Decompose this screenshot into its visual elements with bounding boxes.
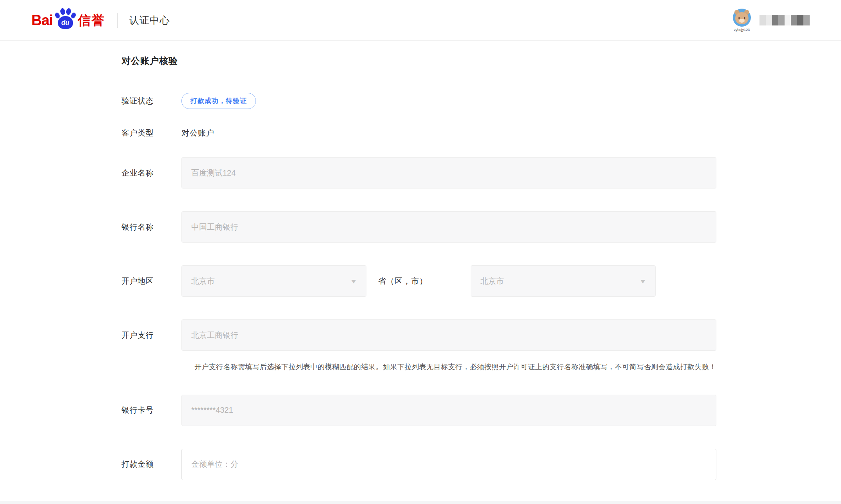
branch-label: 开户支行 xyxy=(121,330,181,341)
chevron-down-icon: ▼ xyxy=(639,278,647,285)
card-number-input[interactable] xyxy=(181,395,716,426)
nav-title: 认证中心 xyxy=(129,14,170,27)
card-number-row: 银行卡号 xyxy=(121,395,841,426)
customer-type-label: 客户类型 xyxy=(121,128,181,138)
header-right: zybqjy123 xyxy=(733,9,810,32)
username-label: zybqjy123 xyxy=(734,28,750,32)
logo-text-du: du xyxy=(61,19,69,26)
region-suffix-label: 省（区，市） xyxy=(378,276,428,286)
customer-type-row: 客户类型 对公账户 xyxy=(121,128,841,138)
bank-name-row: 银行名称 xyxy=(121,211,841,243)
baidu-xinyu-logo[interactable]: Bai du 信誉 xyxy=(31,9,105,32)
province-select-value: 北京市 xyxy=(191,276,351,286)
payment-amount-input[interactable] xyxy=(181,449,716,480)
page-title: 对公账户核验 xyxy=(121,55,841,67)
company-name-row: 企业名称 xyxy=(121,157,841,189)
account-region-label: 开户地区 xyxy=(121,276,181,286)
bank-name-input[interactable] xyxy=(181,211,716,243)
city-select-value: 北京市 xyxy=(480,276,640,286)
baidu-paw-icon: du xyxy=(54,7,77,30)
account-region-row: 开户地区 北京市 ▼ 省（区，市） 北京市 ▼ xyxy=(121,265,841,297)
branch-hint-text: 开户支行名称需填写后选择下拉列表中的模糊匹配的结果。如果下拉列表无目标支行，必须… xyxy=(180,361,718,373)
status-badge: 打款成功，待验证 xyxy=(181,93,256,109)
verification-status-row: 验证状态 打款成功，待验证 xyxy=(121,93,841,109)
payment-amount-label: 打款金额 xyxy=(121,459,181,470)
verification-status-label: 验证状态 xyxy=(121,96,181,106)
city-select[interactable]: 北京市 ▼ xyxy=(471,265,656,297)
bank-name-label: 银行名称 xyxy=(121,222,181,232)
logo-text-xinyu: 信誉 xyxy=(78,14,105,27)
logo-text-bai: Bai xyxy=(31,13,53,27)
bear-avatar-icon xyxy=(733,9,751,27)
header-divider xyxy=(117,13,118,28)
user-menu[interactable]: zybqjy123 xyxy=(733,9,751,32)
header: Bai du 信誉 认证中心 zybqjy123 xyxy=(0,0,841,41)
branch-row: 开户支行 xyxy=(121,319,841,351)
customer-type-value: 对公账户 xyxy=(181,128,214,138)
company-name-input[interactable] xyxy=(181,157,716,189)
chevron-down-icon: ▼ xyxy=(350,278,357,285)
province-select[interactable]: 北京市 ▼ xyxy=(181,265,366,297)
card-number-label: 银行卡号 xyxy=(121,405,181,415)
page: Bai du 信誉 认证中心 zybqjy123 xyxy=(0,0,841,501)
main-content: 对公账户核验 验证状态 打款成功，待验证 客户类型 对公账户 企业名称 银行名称… xyxy=(0,41,841,480)
redacted-user-info xyxy=(759,15,810,25)
branch-input[interactable] xyxy=(181,319,716,351)
payment-amount-row: 打款金额 xyxy=(121,449,841,480)
company-name-label: 企业名称 xyxy=(121,168,181,178)
